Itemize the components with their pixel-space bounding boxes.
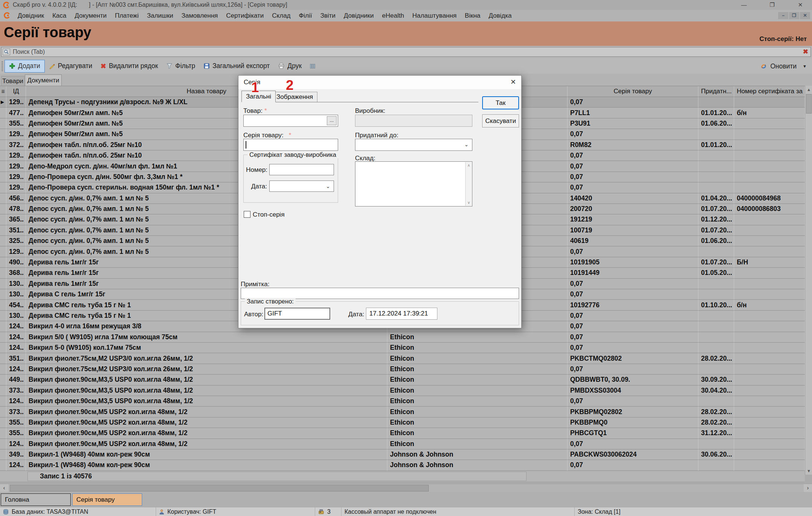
series-dialog: Серія ✕ Загальні Зображення Так Скасуват… [238, 75, 522, 328]
table-row[interactable]: 124..Викрил фиолет.90см,М3,5 USP0 кол.иг… [0, 396, 805, 407]
clear-search-icon[interactable]: ✖ [803, 48, 808, 56]
menu-item-12[interactable]: eHealth [378, 12, 408, 20]
menu-item-2[interactable]: Каса [48, 12, 70, 20]
cell-id: 325.. [6, 236, 26, 246]
menu-item-6[interactable]: Замовлення [177, 12, 222, 20]
cert-date-combobox[interactable]: ⌄ [269, 181, 334, 192]
scroll-down-icon[interactable]: ∨ [466, 200, 472, 205]
add-button[interactable]: Додати [5, 60, 45, 73]
avtor-field[interactable]: GIFT [264, 308, 330, 320]
textarea-scrollbar[interactable]: ∧ ∨ [465, 162, 472, 206]
cell-name: Викрил фиолет.75см,М2 USP3/0 кол.игла 26… [26, 364, 387, 375]
table-row[interactable]: 124..Викрил фиолет.90см,М5 USP2 кол.игла… [0, 439, 805, 449]
primitka-field[interactable] [241, 288, 519, 299]
table-row[interactable]: 449..Викрил фиолет.90см,М3,5 USP0 кол.иг… [0, 375, 805, 385]
bottom-tab-seria-tovaru[interactable]: Серія товару [72, 493, 142, 506]
close-button[interactable]: ✕ [792, 0, 809, 9]
scroll-up-icon[interactable]: ∧ [466, 163, 472, 167]
menu-item-8[interactable]: Склад [268, 12, 294, 20]
export-button[interactable]: Загальний експорт [199, 60, 274, 73]
pridatny-combobox[interactable]: ⌄ [355, 139, 472, 151]
column-header-series[interactable]: Серія товару [568, 86, 698, 97]
app-logo-icon-small [3, 12, 10, 19]
menu-item-7[interactable]: Сертифікати [222, 12, 268, 20]
table-row[interactable]: 124..Викрил-1 (W9468) 40мм кол-реж 90смJ… [0, 460, 805, 470]
edit-button[interactable]: Редагувати [45, 60, 97, 73]
dialog-tab-zobrazhennya[interactable]: Зображення [272, 92, 317, 102]
toolbar-grip[interactable] [2, 61, 3, 71]
cell-cert [734, 236, 805, 246]
vertical-scroll-thumb[interactable] [806, 94, 812, 114]
table-row[interactable]: 124..Викрил 5-0 (W9105) кол.17мм 75смEth… [0, 343, 805, 353]
menu-item-14[interactable]: Вікна [461, 12, 484, 20]
horizontal-scrollbar[interactable]: ‹ › [0, 484, 812, 492]
table-row[interactable]: 373..Викрил фиолет.90см,М3,5 USP0 кол.иг… [0, 385, 805, 396]
scroll-up-icon[interactable]: ▲ [805, 86, 812, 93]
nomer-field[interactable] [269, 164, 334, 175]
scroll-right-icon[interactable]: › [804, 484, 812, 492]
horizontal-scroll-thumb[interactable] [10, 485, 429, 492]
cell-cert [734, 161, 805, 171]
refresh-button[interactable]: Оновити ▼ [760, 60, 807, 72]
bottom-tab-holovna[interactable]: Головна [1, 493, 71, 506]
delete-row-button[interactable]: ✖ Видалити рядок [96, 60, 162, 73]
menu-items: ДовідникКасаДокументиПлатежіЗалишкиЗамов… [14, 10, 516, 21]
grid-menu-icon[interactable]: ≣ [0, 86, 6, 97]
cell-expiry: 01.01.20... [698, 140, 734, 150]
created-date-field[interactable]: 17.12.2024 17:39:21 [366, 308, 437, 320]
refresh-button-label: Оновити [770, 62, 797, 70]
filter-button-label: Фільтр [175, 62, 195, 70]
table-row[interactable]: 351..Викрил фиолет.75см,М2 USP3/0 кол.иг… [0, 353, 805, 364]
table-row[interactable]: 355..Викрил фиолет.90см,М5 USP2 кол.игла… [0, 428, 805, 439]
cancel-button[interactable]: Скасувати [482, 114, 519, 127]
minimize-button[interactable]: — [735, 0, 753, 9]
search-input[interactable]: Поиск (Tab) ✖ [1, 47, 811, 57]
menu-item-11[interactable]: Довідники [340, 12, 378, 20]
scroll-left-icon[interactable]: ‹ [0, 484, 8, 492]
chevron-down-icon[interactable]: ⌄ [326, 183, 330, 189]
mdi-restore-button[interactable]: ❐ [789, 12, 799, 19]
menu-item-9[interactable]: Філії [295, 12, 316, 20]
cell-id: 124.. [6, 439, 26, 449]
chevron-down-icon[interactable]: ⌄ [464, 141, 469, 147]
print-button[interactable]: Друк [274, 60, 306, 73]
menu-item-5[interactable]: Залишки [143, 12, 178, 20]
cell-cert [734, 353, 805, 364]
table-row[interactable]: 349..Викрил-1 (W9468) 40мм кол-реж 90смJ… [0, 449, 805, 460]
filter-button[interactable]: Фільтр [162, 60, 199, 73]
ok-button[interactable]: Так [482, 96, 519, 109]
columns-button[interactable] [306, 60, 320, 73]
menu-item-4[interactable]: Платежі [111, 12, 143, 20]
menu-item-13[interactable]: Налаштування [408, 12, 461, 20]
cell-cert [734, 182, 805, 193]
scroll-down-icon[interactable]: ▼ [805, 467, 812, 475]
chevron-down-icon[interactable]: ▼ [803, 64, 807, 68]
tovar-field[interactable]: ... [243, 115, 338, 127]
vertical-scrollbar[interactable]: ▲ ▼ [805, 86, 812, 475]
sklad-textarea[interactable]: ∧ ∨ [355, 161, 472, 206]
menu-item-10[interactable]: Звіти [316, 12, 340, 20]
table-row[interactable]: 124..Викрил фиолет.75см,М2 USP3/0 кол.иг… [0, 364, 805, 375]
menu-item-1[interactable]: Довідник [14, 12, 48, 20]
browse-button[interactable]: ... [327, 116, 337, 125]
tab-tovary[interactable]: Товари [1, 76, 24, 86]
column-header-certificate[interactable]: Номер сертифіката за [734, 86, 805, 97]
cell-name: Викрил фиолет.90см,М3,5 USP0 кол.игла 48… [26, 396, 387, 407]
mdi-close-button[interactable]: ✕ [800, 12, 810, 19]
cell-marker [0, 214, 6, 225]
table-row[interactable]: 373..Викрил фиолет.90см,М5 USP2 кол.игла… [0, 407, 805, 417]
table-row[interactable]: 124..Викрил 5/0 ( W9105) игла 17мм колющ… [0, 332, 805, 343]
dialog-close-icon[interactable]: ✕ [510, 78, 516, 86]
restore-button[interactable]: ❐ [763, 0, 781, 9]
table-row[interactable]: 355..Викрил фиолет.90см,М5 USP2 кол.игла… [0, 417, 805, 428]
menu-item-15[interactable]: Довідка [484, 12, 516, 20]
seria-field[interactable] [243, 139, 338, 151]
menu-item-3[interactable]: Документи [71, 12, 111, 20]
cell-mfr: Ethicon [387, 375, 568, 385]
mdi-minimize-button[interactable]: – [778, 12, 788, 19]
tab-dokumenty[interactable]: Документи [25, 74, 62, 86]
column-header-expiry[interactable]: Придатн... [698, 86, 734, 97]
column-header-id[interactable]: ІД [6, 86, 26, 97]
cell-marker [0, 407, 6, 417]
stop-series-checkbox[interactable] [244, 211, 250, 218]
